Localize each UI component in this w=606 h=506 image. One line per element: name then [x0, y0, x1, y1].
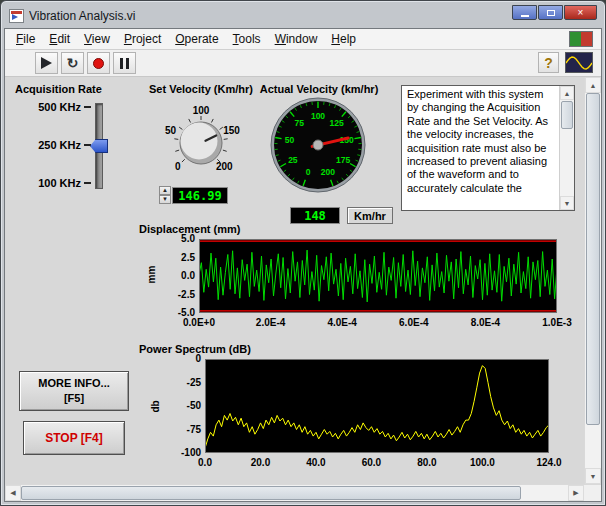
tick-mark	[84, 144, 91, 146]
menu-file[interactable]: File	[9, 30, 42, 48]
y-tick-label: -50	[161, 400, 201, 411]
more-info-button-label: MORE INFO...	[38, 376, 110, 391]
pause-button[interactable]	[113, 52, 136, 74]
abort-button[interactable]	[87, 52, 110, 74]
power-spectrum-plot	[205, 359, 549, 453]
app-window: Vibration Analysis.vi × FileEditViewProj…	[0, 0, 606, 506]
actual-velocity-gauge: 0255075100125150175200	[268, 93, 368, 195]
x-tick-label: 20.0	[232, 457, 288, 468]
set-velocity-knob[interactable]: 050100150200	[146, 95, 256, 183]
tick-mark	[84, 106, 91, 108]
menu-project[interactable]: Project	[117, 30, 168, 48]
minimize-button[interactable]	[512, 5, 537, 20]
svg-text:200: 200	[216, 161, 233, 172]
scroll-up-icon[interactable]: ▲	[560, 86, 574, 100]
acquisition-tick-500-khz: 500 KHz	[23, 101, 91, 113]
x-tick-label: 8.0E-4	[457, 317, 513, 328]
menu-operate[interactable]: Operate	[168, 30, 225, 48]
y-tick-label: -25	[161, 377, 201, 388]
stop-button[interactable]: STOP [F4]	[23, 421, 125, 455]
context-help-button[interactable]: ?	[538, 52, 559, 73]
power-spectrum-y-axis-label: db	[150, 400, 161, 412]
menu-bar: FileEditViewProjectOperateToolsWindowHel…	[5, 29, 601, 50]
menu-tools[interactable]: Tools	[226, 30, 268, 48]
horizontal-scroll-thumb[interactable]	[21, 486, 521, 500]
x-tick-label: 124.0	[521, 457, 577, 468]
acquisition-tick-100-khz: 100 KHz	[23, 177, 91, 189]
svg-text:100: 100	[311, 111, 325, 121]
maximize-button[interactable]	[538, 5, 563, 20]
svg-text:75: 75	[295, 118, 305, 128]
y-tick-label: 0	[161, 353, 201, 364]
more-info-button[interactable]: MORE INFO... [F5]	[19, 371, 129, 411]
minimize-icon	[521, 15, 529, 17]
spin-down-icon[interactable]: ▼	[159, 195, 171, 204]
vi-icon	[9, 9, 24, 23]
svg-text:50: 50	[285, 135, 295, 145]
info-text: Experiment with this system by changing …	[402, 86, 559, 210]
menu-window[interactable]: Window	[268, 30, 325, 48]
menu-edit[interactable]: Edit	[42, 30, 77, 48]
svg-text:100: 100	[193, 105, 210, 116]
acquisition-rate-label: Acquisition Rate	[15, 83, 102, 95]
run-icon	[41, 57, 52, 69]
set-velocity-spinner: ▲ ▼	[159, 186, 171, 204]
run-continuous-button[interactable]: ↻	[61, 52, 84, 74]
x-tick-label: 2.0E-4	[243, 317, 299, 328]
x-tick-label: 80.0	[399, 457, 455, 468]
x-tick-label: 60.0	[343, 457, 399, 468]
vertical-scroll-thumb[interactable]	[586, 93, 600, 425]
help-icon: ?	[544, 55, 553, 71]
svg-text:125: 125	[330, 118, 344, 128]
scroll-left-icon[interactable]: ◀	[5, 485, 21, 501]
more-info-button-key: [F5]	[64, 391, 84, 406]
client-area: FileEditViewProjectOperateToolsWindowHel…	[4, 28, 602, 502]
abort-icon	[93, 58, 104, 69]
maximize-icon	[547, 10, 555, 16]
scroll-right-icon[interactable]: ▶	[568, 485, 584, 501]
menu-view[interactable]: View	[77, 30, 117, 48]
window-title: Vibration Analysis.vi	[29, 9, 507, 23]
close-button[interactable]: ×	[564, 5, 597, 20]
info-scroll-thumb[interactable]	[561, 101, 573, 129]
y-tick-label: 5.0	[161, 233, 195, 244]
stop-button-label: STOP [F4]	[45, 431, 103, 446]
displacement-y-axis-label: mm	[146, 266, 157, 284]
pause-icon	[120, 58, 129, 69]
tick-mark	[84, 182, 91, 184]
toolbar: ↻ ?	[5, 50, 601, 77]
front-panel: Acquisition Rate 500 KHz250 KHz100 KHz S…	[5, 77, 584, 484]
x-tick-label: 6.0E-4	[386, 317, 442, 328]
x-tick-label: 4.0E-4	[314, 317, 370, 328]
info-box: Experiment with this system by changing …	[401, 85, 575, 211]
scroll-down-icon[interactable]: ▼	[585, 468, 601, 484]
x-tick-label: 1.0E-3	[529, 317, 584, 328]
vertical-scrollbar[interactable]: ▲ ▼	[584, 77, 601, 484]
title-bar[interactable]: Vibration Analysis.vi ×	[4, 4, 602, 28]
spin-up-icon[interactable]: ▲	[159, 186, 171, 195]
y-tick-label: -2.5	[161, 289, 195, 300]
menu-items: FileEditViewProjectOperateToolsWindowHel…	[9, 30, 363, 48]
info-scrollbar[interactable]: ▲ ▼	[559, 86, 574, 210]
y-tick-label: 0.0	[161, 270, 195, 281]
acquisition-tick-250-khz: 250 KHz	[23, 139, 91, 151]
x-tick-label: 100.0	[454, 457, 510, 468]
scroll-down-icon[interactable]: ▼	[560, 196, 574, 210]
power-spectrum-chart: Power Spectrum (dB) db 0-25-50-75-1000.0…	[135, 343, 567, 471]
scroll-up-icon[interactable]: ▲	[585, 77, 601, 93]
run-continuous-icon: ↻	[67, 56, 79, 70]
svg-text:175: 175	[336, 155, 350, 165]
y-tick-label: -75	[161, 424, 201, 435]
set-velocity-value[interactable]: 146.99	[172, 187, 228, 204]
svg-text:0: 0	[175, 161, 181, 172]
run-button[interactable]	[35, 52, 58, 74]
horizontal-scrollbar[interactable]: ◀ ▶	[5, 484, 584, 501]
svg-text:200: 200	[321, 167, 335, 177]
waveform-icon	[565, 52, 593, 73]
menu-help[interactable]: Help	[324, 30, 363, 48]
scrollbar-corner	[584, 484, 601, 501]
x-tick-label: 40.0	[288, 457, 344, 468]
actual-velocity-unit: Km/hr	[347, 207, 393, 224]
svg-text:25: 25	[288, 155, 298, 165]
acquisition-rate-slider-handle[interactable]	[90, 139, 108, 153]
